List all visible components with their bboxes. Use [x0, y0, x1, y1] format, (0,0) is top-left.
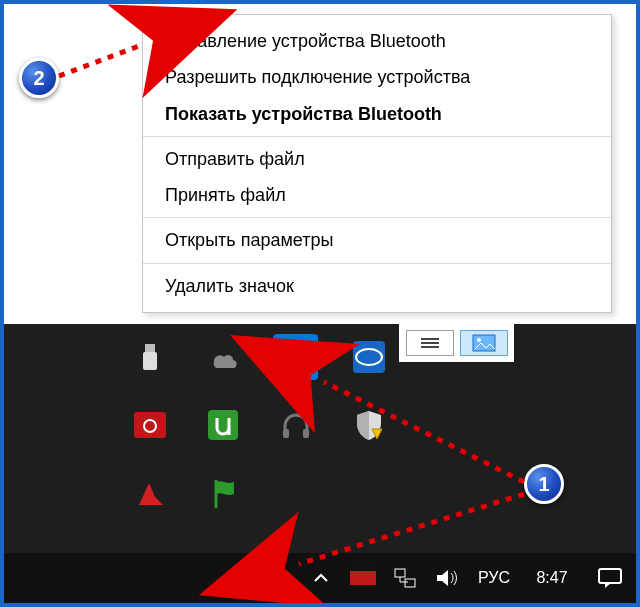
menu-separator: [143, 136, 611, 137]
content-area: Добавление устройства Bluetooth Разрешит…: [4, 4, 636, 324]
svg-marker-16: [139, 483, 163, 505]
taskbar: РУС 8:47: [4, 553, 636, 603]
usb-icon[interactable]: [127, 334, 172, 380]
menu-separator: [143, 263, 611, 264]
svg-rect-5: [145, 344, 155, 352]
menu-open-settings[interactable]: Открыть параметры: [143, 222, 611, 258]
clock[interactable]: 8:47: [520, 569, 584, 587]
taskbar-app-icon[interactable]: [342, 553, 384, 603]
svg-marker-25: [605, 583, 611, 588]
menu-send-file[interactable]: Отправить файл: [143, 141, 611, 177]
intel-icon[interactable]: [346, 334, 391, 380]
svg-rect-13: [283, 429, 289, 438]
language-indicator[interactable]: РУС: [468, 569, 520, 587]
flag-icon[interactable]: [201, 470, 247, 516]
menu-receive-file[interactable]: Принять файл: [143, 177, 611, 213]
step-badge-1: 1: [524, 464, 564, 504]
triangle-icon[interactable]: [127, 470, 173, 516]
svg-marker-23: [437, 570, 448, 586]
utorrent-icon[interactable]: [200, 402, 245, 448]
step-badge-2: 2: [19, 58, 59, 98]
chevron-up-icon[interactable]: [300, 553, 342, 603]
menu-show-bluetooth-devices[interactable]: Показать устройства Bluetooth: [143, 96, 611, 132]
bluetooth-icon[interactable]: [273, 334, 318, 380]
tray-overflow-panel: [119, 324, 399, 528]
headphones-icon[interactable]: [273, 402, 318, 448]
svg-point-4: [477, 338, 481, 342]
svg-rect-22: [405, 579, 415, 587]
svg-rect-20: [350, 585, 376, 595]
action-center-icon[interactable]: [584, 553, 636, 603]
svg-rect-11: [144, 413, 154, 418]
svg-rect-19: [350, 561, 376, 571]
svg-rect-6: [143, 352, 157, 370]
menu-separator: [143, 217, 611, 218]
camera-icon[interactable]: [127, 402, 172, 448]
view-list-button[interactable]: [406, 330, 454, 356]
menu-remove-icon[interactable]: Удалить значок: [143, 268, 611, 304]
volume-icon[interactable]: [426, 553, 468, 603]
bluetooth-context-menu: Добавление устройства Bluetooth Разрешит…: [142, 14, 612, 313]
menu-add-bluetooth-device[interactable]: Добавление устройства Bluetooth: [143, 23, 611, 59]
svg-rect-7: [353, 341, 385, 373]
view-switcher: [399, 324, 514, 362]
svg-rect-24: [599, 569, 621, 583]
onedrive-icon[interactable]: [200, 334, 245, 380]
view-thumb-button[interactable]: [460, 330, 508, 356]
svg-rect-21: [395, 569, 405, 577]
security-icon[interactable]: [346, 402, 391, 448]
svg-rect-3: [473, 335, 495, 351]
menu-allow-device-connect[interactable]: Разрешить подключение устройства: [143, 59, 611, 95]
svg-rect-14: [303, 429, 309, 438]
network-icon[interactable]: [384, 553, 426, 603]
